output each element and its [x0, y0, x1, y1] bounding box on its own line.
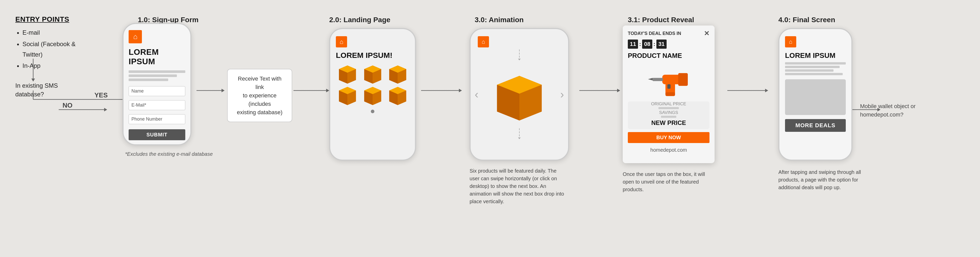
svg-rect-56	[667, 84, 671, 89]
scroll-indicator	[371, 109, 374, 113]
timer-seconds: 31	[656, 40, 667, 49]
signup-form-phone: ⌂ LOREM IPSUM Name E-Mail* Phone Number …	[123, 23, 191, 145]
svg-rect-51	[678, 73, 688, 86]
section2-label: 2.0: Landing Page	[329, 16, 390, 24]
svg-marker-11	[221, 89, 224, 92]
entry-point-social: Social (Facebook & Twitter)	[22, 39, 87, 60]
hd-logo-3: ⌂	[478, 36, 489, 49]
landing-heading: LOREM IPSUM!	[336, 51, 409, 60]
svg-rect-54	[653, 78, 663, 81]
dashed-arrow-top	[518, 49, 520, 60]
submit-button[interactable]: SUBMIT	[129, 129, 185, 140]
svg-marker-55	[648, 78, 653, 81]
box-5	[361, 86, 384, 105]
product-reveal-caption: Once the user taps on the box, it will o…	[623, 170, 714, 193]
section31-label: 3.1: Product Reveal	[628, 16, 694, 24]
final-screen-phone: ⌂ LOREM IPSUM MORE DEALS	[778, 28, 853, 160]
box-1	[336, 64, 359, 84]
original-price-label: ORIGINAL PRICE	[633, 102, 704, 106]
signup-heading: LOREM IPSUM	[129, 48, 185, 66]
final-heading: LOREM IPSUM	[785, 51, 846, 60]
entry-point-inapp: In-App	[22, 61, 87, 71]
final-note: Mobile wallet object or homedepot.com?	[860, 102, 932, 119]
chevron-right-icon[interactable]: ›	[560, 88, 564, 101]
svg-rect-53	[666, 92, 675, 96]
entry-points-list: E-mail Social (Facebook & Twitter) In-Ap…	[15, 27, 87, 71]
svg-marker-17	[617, 89, 620, 92]
email-field[interactable]: E-Mail*	[129, 100, 185, 110]
hd-logo-4: ⌂	[785, 36, 796, 48]
timer-minutes: 08	[642, 40, 652, 49]
phone-field[interactable]: Phone Number	[129, 114, 185, 124]
more-deals-button[interactable]: MORE DEALS	[785, 119, 846, 132]
svg-marker-8	[104, 108, 107, 111]
animation-caption: Six products will be featured daily. The…	[469, 167, 566, 205]
svg-text:YES: YES	[94, 91, 108, 99]
box-4	[336, 86, 359, 105]
box-6	[386, 86, 409, 105]
name-field[interactable]: Name	[129, 86, 185, 96]
landing-page-phone: ⌂ LOREM IPSUM!	[329, 28, 416, 160]
entry-points-title: ENTRY POINTS	[15, 15, 87, 24]
chevron-left-icon[interactable]: ‹	[475, 88, 479, 101]
timer-label: TODAY'S DEAL ENDS IN	[628, 31, 681, 36]
product-reveal-card: TODAY'S DEAL ENDS IN ✕ 11 : 08 : 31 PROD…	[623, 25, 714, 163]
sms-receive-box: Receive Text with linkto experience (inc…	[227, 69, 292, 122]
svg-marker-15	[459, 89, 462, 92]
svg-marker-13	[326, 89, 329, 92]
savings-label: SAVINGS	[633, 110, 704, 115]
entry-points-section: ENTRY POINTS E-mail Social (Facebook & T…	[15, 15, 87, 98]
box-3	[386, 64, 409, 84]
dashed-arrow-bottom	[518, 128, 520, 139]
buy-now-button[interactable]: BUY NOW	[623, 129, 714, 146]
final-caption: After tapping and swiping through all pr…	[778, 168, 870, 191]
animation-phone: ⌂ ‹ ›	[469, 28, 569, 160]
entry-point-email: E-mail	[22, 27, 87, 38]
signup-note: *Excludes the existing e-mail database	[125, 151, 213, 157]
close-icon[interactable]: ✕	[704, 30, 710, 38]
new-price-label: NEW PRICE	[633, 119, 704, 127]
hd-logo-2: ⌂	[336, 36, 347, 48]
timer-hours: 11	[628, 40, 638, 49]
section4-label: 4.0: Final Screen	[778, 16, 835, 24]
product-name: PRODUCT NAME	[623, 52, 714, 60]
homedepot-url: homedepot.com	[623, 147, 714, 153]
db-question: In existing SMS database?	[15, 81, 87, 98]
placeholder-lines	[129, 70, 185, 81]
box-2	[361, 64, 384, 84]
section3-label: 3.0: Animation	[475, 16, 524, 24]
svg-marker-19	[765, 89, 768, 92]
svg-text:NO: NO	[62, 102, 73, 109]
hd-logo-1: ⌂	[129, 30, 142, 43]
sms-box-text: Receive Text with linkto experience (inc…	[237, 76, 283, 116]
big-box	[491, 71, 547, 125]
